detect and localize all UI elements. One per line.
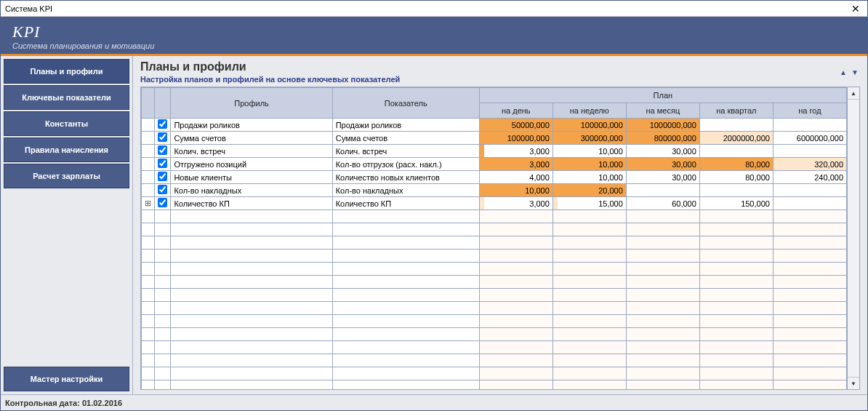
profile-cell[interactable]: Продажи роликов bbox=[171, 119, 332, 132]
plan-week-cell[interactable]: 15,000 bbox=[552, 197, 626, 210]
plan-year-cell[interactable] bbox=[773, 184, 846, 197]
app-title: KPI bbox=[12, 23, 856, 41]
profile-cell[interactable]: Отгружено позиций bbox=[171, 158, 332, 171]
indicator-cell[interactable]: Сумма счетов bbox=[332, 132, 479, 145]
checkbox-cell[interactable] bbox=[155, 145, 171, 158]
plan-day-cell[interactable]: 10,000 bbox=[479, 184, 552, 197]
plan-week-cell[interactable]: 20,000 bbox=[552, 184, 626, 197]
col-header-month[interactable]: на месяц bbox=[626, 103, 699, 119]
table-row[interactable]: Новые клиентыКоличество новых клиентов4,… bbox=[142, 171, 847, 184]
row-move-controls bbox=[840, 68, 860, 76]
row-checkbox[interactable] bbox=[158, 185, 167, 194]
row-checkbox[interactable] bbox=[158, 145, 167, 155]
scroll-up-button[interactable]: ▲ bbox=[848, 87, 859, 100]
plans-grid[interactable]: Профиль Показатель План на день на недел… bbox=[141, 87, 847, 390]
plan-year-cell[interactable] bbox=[773, 145, 846, 158]
expand-cell bbox=[142, 145, 155, 158]
profile-cell[interactable]: Сумма счетов bbox=[171, 132, 332, 145]
plan-quarter-cell[interactable] bbox=[699, 119, 773, 132]
table-row-empty bbox=[142, 289, 847, 302]
col-header-week[interactable]: на неделю bbox=[552, 103, 626, 119]
table-row[interactable]: Продажи роликовПродажи роликов50000,0001… bbox=[142, 119, 847, 132]
plan-quarter-cell[interactable] bbox=[699, 145, 773, 158]
indicator-cell[interactable]: Продажи роликов bbox=[332, 119, 479, 132]
plan-week-cell[interactable]: 10,000 bbox=[552, 145, 626, 158]
plan-day-cell[interactable]: 3,000 bbox=[479, 197, 552, 210]
plan-week-cell[interactable]: 10,000 bbox=[552, 171, 626, 184]
sidebar-item-rules[interactable]: Правила начисления bbox=[4, 137, 129, 162]
checkbox-cell[interactable] bbox=[155, 119, 171, 132]
page-title: Планы и профили bbox=[140, 60, 400, 73]
plan-week-cell[interactable]: 300000,000 bbox=[552, 132, 626, 145]
plan-day-cell[interactable]: 100000,000 bbox=[479, 132, 552, 145]
plan-quarter-cell[interactable]: 80,000 bbox=[699, 158, 773, 171]
checkbox-cell[interactable] bbox=[155, 132, 171, 145]
col-header-indicator[interactable]: Показатель bbox=[332, 88, 479, 119]
plan-year-cell[interactable] bbox=[773, 119, 846, 132]
checkbox-cell[interactable] bbox=[155, 171, 171, 184]
plan-week-cell[interactable]: 10,000 bbox=[552, 158, 626, 171]
sidebar-item-plans[interactable]: Планы и профили bbox=[4, 59, 129, 84]
table-row[interactable]: Кол-во накладныхКол-во накладных10,00020… bbox=[142, 184, 847, 197]
plan-day-cell[interactable]: 50000,000 bbox=[479, 119, 552, 132]
checkbox-cell[interactable] bbox=[155, 184, 171, 197]
window-title: Система KPI bbox=[5, 4, 52, 13]
sidebar-item-wizard[interactable]: Мастер настройки bbox=[4, 367, 129, 391]
status-bar: Контрольная дата: 01.02.2016 bbox=[1, 394, 867, 410]
plan-quarter-cell[interactable]: 2000000,000 bbox=[699, 132, 773, 145]
profile-cell[interactable]: Новые клиенты bbox=[171, 171, 332, 184]
plan-month-cell[interactable]: 800000,000 bbox=[626, 132, 699, 145]
col-header-day[interactable]: на день bbox=[479, 103, 552, 119]
plan-month-cell[interactable]: 30,000 bbox=[626, 171, 699, 184]
plan-month-cell[interactable] bbox=[626, 184, 699, 197]
table-row-empty bbox=[142, 263, 847, 276]
scroll-down-button[interactable]: ▼ bbox=[848, 377, 859, 389]
table-row[interactable]: Отгружено позицийКол-во отгрузок (расх. … bbox=[142, 158, 847, 171]
plan-month-cell[interactable]: 30,000 bbox=[626, 145, 699, 158]
profile-cell[interactable]: Количество КП bbox=[171, 197, 332, 210]
plan-year-cell[interactable]: 320,000 bbox=[773, 158, 846, 171]
profile-cell[interactable]: Кол-во накладных bbox=[171, 184, 332, 197]
indicator-cell[interactable]: Колич. встреч bbox=[332, 145, 479, 158]
indicator-cell[interactable]: Количество КП bbox=[332, 197, 479, 210]
plan-month-cell[interactable]: 30,000 bbox=[626, 158, 699, 171]
close-button[interactable]: ✕ bbox=[848, 3, 863, 15]
expand-cell[interactable]: ⊞ bbox=[142, 197, 155, 210]
col-header-year[interactable]: на год bbox=[773, 103, 846, 119]
plan-year-cell[interactable] bbox=[773, 197, 846, 210]
checkbox-cell[interactable] bbox=[155, 197, 171, 210]
table-row[interactable]: ⊞Количество КПКоличество КП3,00015,00060… bbox=[142, 197, 847, 210]
indicator-cell[interactable]: Кол-во накладных bbox=[332, 184, 479, 197]
move-up-button[interactable] bbox=[840, 68, 848, 76]
table-row[interactable]: Сумма счетовСумма счетов100000,000300000… bbox=[142, 132, 847, 145]
move-down-button[interactable] bbox=[851, 68, 860, 76]
plan-quarter-cell[interactable] bbox=[699, 184, 773, 197]
sidebar-item-constants[interactable]: Константы bbox=[4, 111, 129, 136]
plan-week-cell[interactable]: 100000,000 bbox=[552, 119, 626, 132]
plan-month-cell[interactable]: 1000000,000 bbox=[626, 119, 699, 132]
table-row-empty bbox=[142, 354, 847, 367]
table-row[interactable]: Колич. встречКолич. встреч3,00010,00030,… bbox=[142, 145, 847, 158]
row-checkbox[interactable] bbox=[158, 172, 167, 181]
plan-day-cell[interactable]: 4,000 bbox=[479, 171, 552, 184]
plan-year-cell[interactable]: 6000000,000 bbox=[773, 132, 846, 145]
indicator-cell[interactable]: Количество новых клиентов bbox=[332, 171, 479, 184]
col-header-quarter[interactable]: на квартал bbox=[699, 103, 773, 119]
row-checkbox[interactable] bbox=[158, 132, 167, 142]
vertical-scrollbar[interactable]: ▲ ▼ bbox=[847, 87, 859, 389]
plan-day-cell[interactable]: 3,000 bbox=[479, 145, 552, 158]
sidebar-item-salary[interactable]: Расчет зарплаты bbox=[4, 164, 129, 188]
row-checkbox[interactable] bbox=[158, 198, 167, 207]
checkbox-cell[interactable] bbox=[155, 158, 171, 171]
indicator-cell[interactable]: Кол-во отгрузок (расх. накл.) bbox=[332, 158, 479, 171]
profile-cell[interactable]: Колич. встреч bbox=[171, 145, 332, 158]
row-checkbox[interactable] bbox=[158, 159, 167, 168]
plan-quarter-cell[interactable]: 80,000 bbox=[699, 171, 773, 184]
plan-day-cell[interactable]: 3,000 bbox=[479, 158, 552, 171]
plan-quarter-cell[interactable]: 150,000 bbox=[699, 197, 773, 210]
row-checkbox[interactable] bbox=[158, 119, 167, 129]
col-header-profile[interactable]: Профиль bbox=[171, 88, 332, 119]
sidebar-item-kpi[interactable]: Ключевые показатели bbox=[4, 85, 129, 110]
plan-month-cell[interactable]: 60,000 bbox=[626, 197, 699, 210]
plan-year-cell[interactable]: 240,000 bbox=[773, 171, 846, 184]
